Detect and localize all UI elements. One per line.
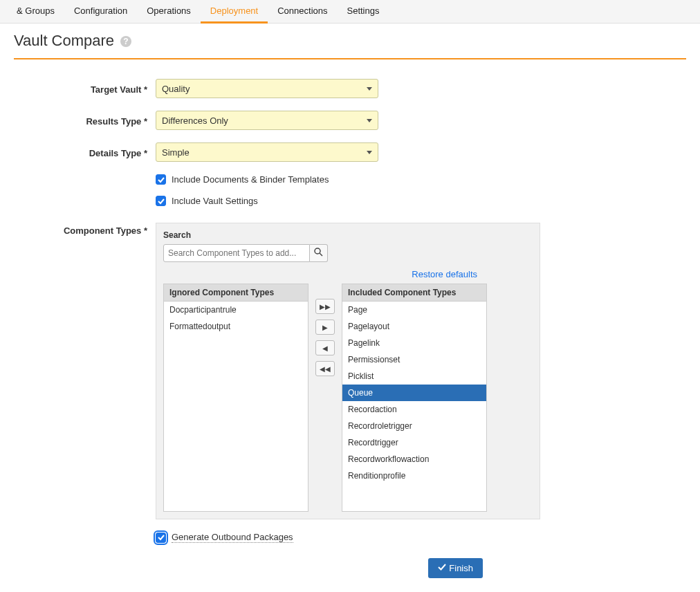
tab-operations[interactable]: Operations [137,0,201,24]
list-item[interactable]: Recordworkflowaction [342,451,486,468]
move-all-right-button[interactable]: ▶▶ [315,299,335,314]
ignored-list-body[interactable]: DocparticipantruleFormattedoutput [164,302,308,511]
list-item[interactable]: Queue [342,385,486,401]
svg-text:?: ? [123,37,128,46]
tab--groups[interactable]: & Groups [7,0,64,24]
finish-row: Finish [14,558,686,578]
details-type-row: Details Type * Simple [14,142,686,162]
list-item[interactable]: Page [342,302,486,318]
move-buttons: ▶▶ ▶ ◀ ◀◀ [315,284,335,512]
component-types-label: Component Types * [14,223,156,236]
component-types-row: Component Types * Search Restore default… [14,223,686,519]
list-item[interactable]: Pagelink [342,335,486,351]
page-title: Vault Compare [14,32,114,50]
search-input[interactable] [163,244,310,262]
search-label: Search [163,230,533,240]
list-item[interactable]: Recordaction [342,401,486,418]
included-list-box: Included Component Types PagePagelayoutP… [342,284,487,512]
list-item[interactable]: Recordroletrigger [342,418,486,434]
ignored-list-box: Ignored Component Types Docparticipantru… [163,284,308,512]
dual-list: Ignored Component Types Docparticipantru… [163,284,533,512]
target-vault-value: Quality [162,84,190,94]
move-all-left-button[interactable]: ◀◀ [315,361,335,376]
include-settings-label: Include Vault Settings [172,196,258,206]
generate-packages-checkbox[interactable] [156,533,166,543]
search-icon [314,248,323,259]
double-chevron-left-icon: ◀◀ [320,365,331,373]
list-item[interactable]: Recordtrigger [342,434,486,451]
list-item[interactable]: Formattedoutput [164,318,308,335]
check-icon [438,563,449,573]
search-row [163,244,533,262]
double-chevron-right-icon: ▶▶ [320,303,331,311]
results-type-label: Results Type * [14,115,156,127]
component-types-box: Search Restore defaults Ignored Componen… [156,223,540,519]
tab-deployment[interactable]: Deployment [201,0,268,24]
move-right-button[interactable]: ▶ [315,320,335,335]
include-docs-checkbox[interactable] [156,174,166,185]
ignored-list-header: Ignored Component Types [164,284,308,302]
included-list-body[interactable]: PagePagelayoutPagelinkPermissionsetPickl… [342,302,486,511]
include-settings-row: Include Vault Settings [156,196,686,206]
chevron-right-icon: ▶ [322,324,328,331]
list-item[interactable]: Docparticipantrule [164,302,308,318]
page-title-row: Vault Compare ? [14,32,686,54]
title-divider [14,58,686,59]
move-left-button[interactable]: ◀ [315,340,335,355]
svg-line-3 [320,253,322,256]
chevron-down-icon [367,119,372,122]
main-content: Vault Compare ? Target Vault * Quality R… [0,24,700,592]
details-type-select[interactable]: Simple [156,142,378,162]
search-button[interactable] [310,244,328,262]
results-type-row: Results Type * Differences Only [14,111,686,130]
tab-connections[interactable]: Connections [268,0,337,24]
chevron-down-icon [367,87,372,91]
restore-defaults-link[interactable]: Restore defaults [163,269,533,279]
finish-button[interactable]: Finish [428,558,483,578]
list-item[interactable]: Renditionprofile [342,468,486,484]
chevron-down-icon [367,151,372,154]
help-icon[interactable]: ? [120,35,132,48]
include-docs-row: Include Documents & Binder Templates [156,174,686,185]
generate-packages-row: Generate Outbound Packages [156,532,686,543]
include-docs-label: Include Documents & Binder Templates [172,174,329,185]
tab-settings[interactable]: Settings [338,0,389,24]
target-vault-row: Target Vault * Quality [14,79,686,98]
included-list-header: Included Component Types [342,284,486,302]
target-vault-select[interactable]: Quality [156,79,378,98]
generate-packages-label[interactable]: Generate Outbound Packages [172,532,293,543]
target-vault-label: Target Vault * [14,83,156,95]
list-item[interactable]: Picklist [342,368,486,385]
details-type-label: Details Type * [14,147,156,158]
list-item[interactable]: Pagelayout [342,318,486,335]
svg-point-2 [315,248,320,254]
results-type-value: Differences Only [162,115,228,126]
tab-configuration[interactable]: Configuration [64,0,137,24]
list-item[interactable]: Permissionset [342,351,486,368]
finish-label: Finish [449,563,473,573]
include-settings-checkbox[interactable] [156,196,166,206]
details-type-value: Simple [162,147,190,158]
results-type-select[interactable]: Differences Only [156,111,378,130]
chevron-left-icon: ◀ [322,344,328,352]
tab-bar: & GroupsConfigurationOperationsDeploymen… [0,0,700,24]
